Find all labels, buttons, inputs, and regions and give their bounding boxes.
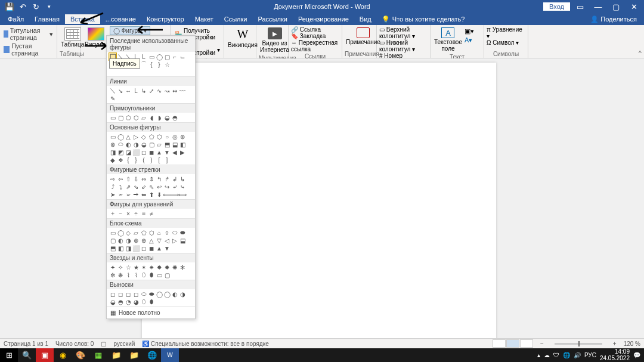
shape-arrow[interactable]: ⬇ — [156, 191, 163, 198]
shape-star[interactable]: ⌇ — [125, 271, 132, 279]
shape-equals[interactable]: ＝ — [140, 210, 147, 217]
shape-flowchart[interactable]: ▱ — [132, 229, 140, 236]
shape-callout[interactable]: ⬭ — [140, 290, 147, 298]
task-word[interactable]: W — [161, 348, 179, 362]
shape-star[interactable]: ✼ — [109, 271, 116, 279]
shape-basic[interactable]: ⬓ — [171, 141, 178, 148]
shape-callout[interactable]: ◻ — [117, 290, 124, 298]
shape-flowchart[interactable]: ◼ — [148, 245, 155, 252]
shape-plus[interactable]: ＋ — [109, 210, 116, 217]
save-icon[interactable]: 💾 — [4, 1, 16, 13]
status-accessibility[interactable]: ♿ Специальные возможности: все в порядке — [142, 341, 268, 347]
shape-star[interactable]: ⬯ — [140, 271, 147, 279]
tab-layout[interactable]: Макет — [190, 14, 219, 24]
shape-basic[interactable]: ] — [163, 156, 171, 163]
shape-arrow[interactable]: ⇕ — [148, 175, 155, 182]
shape-arrow[interactable]: ⤶ — [171, 183, 178, 190]
shape-arrow[interactable]: ↩ — [156, 183, 163, 190]
search-icon[interactable]: 🔍 — [18, 348, 36, 362]
shape-snip-rect[interactable]: ⬡ — [132, 114, 140, 121]
tray-icon[interactable]: ☁ — [544, 352, 550, 358]
shape-basic[interactable]: ◆ — [109, 156, 116, 163]
tab-home[interactable]: Главная — [29, 14, 65, 24]
view-read-mode[interactable] — [493, 339, 506, 348]
shape-basic[interactable]: ▶ — [179, 148, 186, 156]
maximize-icon[interactable]: ▢ — [608, 0, 624, 13]
tray-notifications-icon[interactable]: 💬 — [633, 352, 640, 358]
shape-flowchart[interactable]: ◑ — [125, 237, 132, 244]
shape-star[interactable]: ✺ — [171, 264, 178, 271]
shape-arrow[interactable]: ↲ — [171, 175, 178, 182]
new-canvas-item[interactable]: ▦ Новое полотно — [107, 307, 195, 318]
online-video-button[interactable]: ▶Видео из Интернета — [259, 26, 290, 54]
shape-arrow[interactable]: ⇧ — [125, 175, 132, 182]
header-button[interactable]: ▭ Верхний колонтитул ▾ — [379, 26, 428, 39]
status-language[interactable]: русский — [113, 341, 135, 347]
zoom-slider[interactable] — [555, 343, 602, 345]
shape-callout[interactable]: ◕ — [132, 298, 140, 305]
tab-view[interactable]: Вид — [354, 14, 377, 24]
shape-flowchart[interactable]: ⬜ — [132, 245, 140, 252]
view-web-layout[interactable] — [520, 339, 533, 348]
shape-flowchart[interactable]: ▼ — [163, 245, 171, 252]
close-icon[interactable]: ✕ — [626, 0, 642, 13]
shape-basic[interactable]: ▼ — [163, 148, 171, 156]
shape-arrow[interactable]: ⬅ — [140, 191, 147, 198]
shape-flowchart[interactable]: ▭ — [109, 229, 116, 236]
shape-flowchart[interactable]: ◇ — [125, 229, 132, 236]
wikipedia-button[interactable]: WВикипедия — [227, 26, 259, 58]
shape-flowchart[interactable]: ◁ — [163, 237, 171, 244]
task-app[interactable]: ▦ — [89, 348, 107, 362]
tray-network-icon[interactable]: 🌐 — [563, 352, 570, 358]
shape-basic[interactable]: ◧ — [179, 141, 186, 148]
shape-basic[interactable]: ⬠ — [148, 133, 155, 140]
shape-arrow[interactable]: ↪ — [163, 183, 171, 190]
tab-design[interactable]: Конструктор — [141, 14, 190, 24]
shape-arrow[interactable]: ↰ — [156, 175, 163, 182]
shape-arrow[interactable]: ⤴ — [109, 183, 116, 190]
tab-review[interactable]: Рецензирование — [293, 14, 354, 24]
shape-basic[interactable]: ◩ — [117, 148, 124, 156]
shape-flowchart[interactable]: ⊗ — [132, 237, 140, 244]
shape-line-double[interactable]: ↔ — [125, 87, 132, 94]
shape-star[interactable]: ✸ — [156, 264, 163, 271]
shape-star[interactable]: ✷ — [148, 264, 155, 271]
shape-flowchart[interactable]: ◻ — [140, 245, 147, 252]
undo-icon[interactable]: ↶ — [17, 1, 29, 13]
shape-line[interactable]: ＼ — [109, 87, 116, 94]
view-print-layout[interactable] — [506, 339, 519, 348]
shape-connector[interactable]: ⌐ — [171, 53, 178, 60]
shape-basic[interactable]: ◼ — [148, 148, 155, 156]
shape-star[interactable]: ★ — [132, 264, 140, 271]
tab-references[interactable]: Ссылки — [219, 14, 253, 24]
shape-basic[interactable]: ( — [140, 156, 147, 163]
shape-arrow[interactable]: ⬆ — [148, 191, 155, 198]
blank-page-button[interactable]: Пустая страница — [2, 42, 54, 57]
shape-flowchart[interactable]: ⬓ — [179, 237, 186, 244]
task-chrome[interactable]: 🌐 — [143, 348, 161, 362]
task-app[interactable]: ◉ — [54, 348, 72, 362]
quick-parts-icon[interactable]: ▣▾ — [465, 27, 473, 35]
shape-rectangle[interactable]: ▭ — [148, 53, 155, 60]
shape-basic[interactable]: ▲ — [156, 148, 163, 156]
shape-brace[interactable]: } — [156, 61, 163, 68]
shape-arrow[interactable]: ⇘ — [132, 183, 140, 190]
tray-icon[interactable]: ▴ — [537, 352, 540, 358]
shape-curve-double[interactable]: ↭ — [171, 87, 178, 94]
shape-arrow[interactable]: ⇔ — [140, 175, 147, 182]
shape-callout[interactable]: ⬮ — [148, 298, 155, 305]
shape-arrow[interactable]: ↱ — [163, 175, 171, 182]
shape-snip-rect[interactable]: ▱ — [140, 114, 147, 121]
shape-flowchart[interactable]: ▢ — [109, 237, 116, 244]
shape-star[interactable]: ✹ — [163, 264, 171, 271]
shape-arrow[interactable]: ⮕ — [132, 191, 140, 198]
shape-round-rect[interactable]: ◗ — [156, 114, 163, 121]
shape-basic[interactable]: △ — [125, 133, 132, 140]
shape-flowchart[interactable]: ▷ — [171, 237, 178, 244]
shape-basic[interactable]: ⬒ — [163, 141, 171, 148]
shape-basic[interactable]: ❖ — [117, 156, 124, 163]
shape-flowchart[interactable]: ⌂ — [156, 229, 163, 236]
shape-basic[interactable]: ○ — [163, 133, 171, 140]
shape-minus[interactable]: － — [117, 210, 124, 217]
shape-basic[interactable]: ⬡ — [156, 133, 163, 140]
